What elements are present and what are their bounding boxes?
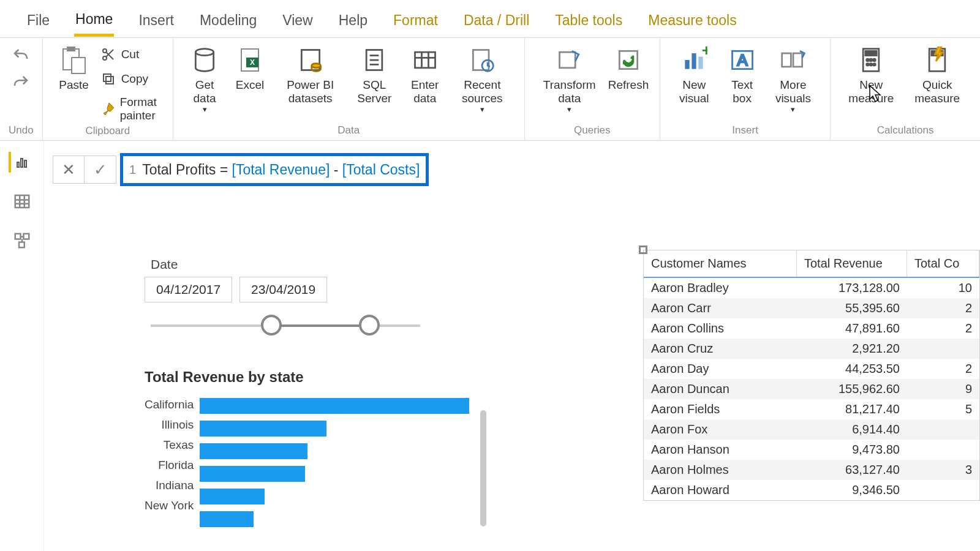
excel-button[interactable]: XExcel [227, 42, 273, 92]
recent-sources-button[interactable]: Recent sources▾ [449, 42, 515, 114]
table-row[interactable]: Aaron Fox6,914.40 [644, 419, 979, 440]
quick-measure-icon [922, 45, 952, 75]
table-row[interactable]: Aaron Fields81,217.405 [644, 399, 979, 419]
date-from-input[interactable]: 04/12/2017 [145, 277, 232, 302]
formula-input[interactable]: 1 Total Profits = [Total Revenue] - [Tot… [120, 153, 429, 186]
more-visuals-button[interactable]: More visuals▾ [765, 42, 822, 114]
svg-point-12 [312, 64, 321, 68]
svg-text:A: A [737, 51, 748, 69]
svg-rect-40 [15, 195, 29, 208]
database-icon [190, 45, 219, 75]
slider-thumb-end[interactable] [359, 315, 380, 335]
svg-rect-37 [17, 162, 19, 167]
svg-rect-17 [559, 52, 575, 68]
svg-rect-5 [106, 77, 113, 84]
col-customer[interactable]: Customer Names [644, 250, 797, 277]
table-row[interactable]: Aaron Duncan155,962.609 [644, 379, 979, 399]
pbi-datasets-icon [296, 45, 325, 75]
svg-text:X: X [250, 58, 255, 67]
svg-rect-42 [23, 234, 29, 239]
col-revenue[interactable]: Total Revenue [797, 250, 907, 277]
table-row[interactable]: Aaron Cruz2,921.20 [644, 339, 979, 359]
cut-button[interactable]: Cut [97, 44, 164, 65]
refresh-button[interactable]: Refresh [606, 42, 651, 92]
table-row[interactable]: Aaron Collins47,891.602 [644, 318, 979, 339]
new-visual-icon: + [679, 45, 709, 75]
svg-point-4 [103, 56, 107, 60]
bar[interactable] [200, 421, 326, 437]
group-undo-label: Undo [9, 124, 34, 139]
copy-button[interactable]: Copy [97, 69, 164, 89]
refresh-icon [614, 45, 643, 75]
bar[interactable] [200, 489, 265, 504]
slider-thumb-start[interactable] [261, 315, 282, 335]
bar[interactable] [200, 466, 305, 482]
get-data-button[interactable]: Get data▾ [182, 42, 227, 114]
svg-rect-2 [72, 58, 85, 73]
tab-insert[interactable]: Insert [137, 6, 175, 35]
bar[interactable] [200, 398, 469, 414]
tab-help[interactable]: Help [337, 6, 369, 35]
bar[interactable] [200, 511, 254, 527]
chart-scrollbar[interactable] [480, 410, 486, 527]
format-painter-button[interactable]: Format painter [97, 93, 164, 125]
calculator-icon [856, 45, 886, 75]
svg-point-31 [873, 59, 876, 61]
svg-rect-20 [692, 53, 696, 69]
svg-rect-43 [19, 242, 24, 248]
svg-point-32 [867, 64, 869, 66]
report-view-button[interactable] [9, 152, 29, 173]
table-row[interactable]: Aaron Holmes63,127.403 [644, 460, 979, 480]
formula-cancel-button[interactable]: ✕ [53, 156, 85, 184]
undo-icon[interactable] [12, 47, 30, 65]
enter-data-icon [410, 45, 440, 75]
svg-rect-25 [782, 53, 791, 67]
category-label: New York [145, 499, 194, 512]
table-body: Aaron Bradley173,128.0010Aaron Carr55,39… [644, 278, 979, 500]
tab-measure-tools[interactable]: Measure tools [647, 6, 737, 35]
col-costs[interactable]: Total Co [907, 250, 979, 277]
chart-category-labels: CaliforniaIllinoisTexasFloridaIndianaNew… [145, 397, 194, 527]
table-row[interactable]: Aaron Hanson9,473.80 [644, 440, 979, 460]
transform-icon [555, 45, 584, 75]
new-visual-button[interactable]: +New visual [669, 42, 720, 105]
sql-server-button[interactable]: SQL Server [348, 42, 401, 105]
bar[interactable] [200, 443, 307, 459]
svg-point-7 [195, 49, 213, 56]
quick-measure-button[interactable]: Quick measure [903, 42, 971, 105]
table-row[interactable]: Aaron Carr55,395.602 [644, 298, 979, 318]
tab-format[interactable]: Format [392, 6, 439, 35]
redo-icon[interactable] [12, 73, 30, 92]
date-slider[interactable] [151, 313, 420, 338]
svg-rect-1 [67, 47, 75, 51]
category-label: California [145, 398, 194, 411]
resize-handle[interactable] [639, 246, 647, 254]
data-view-button[interactable] [12, 191, 32, 212]
table-row[interactable]: Aaron Howard9,346.50 [644, 480, 979, 500]
enter-data-button[interactable]: Enter data [401, 42, 449, 105]
excel-icon: X [235, 45, 265, 75]
text-box-button[interactable]: AText box [720, 42, 765, 105]
new-measure-button[interactable]: New measure [839, 42, 903, 105]
tab-table-tools[interactable]: Table tools [554, 6, 624, 35]
model-view-button[interactable] [12, 230, 32, 251]
date-to-input[interactable]: 23/04/2019 [239, 277, 327, 302]
table-row[interactable]: Aaron Bradley173,128.0010 [644, 278, 979, 298]
paste-icon [59, 45, 89, 75]
tab-file[interactable]: File [26, 6, 51, 35]
data-table-visual[interactable]: Customer Names Total Revenue Total Co Aa… [643, 250, 980, 501]
paste-button[interactable]: Paste [51, 42, 97, 92]
svg-point-30 [870, 59, 872, 61]
pbi-datasets-button[interactable]: Power BI datasets [273, 42, 348, 105]
formula-bar: ✕ ✓ 1 Total Profits = [Total Revenue] - … [53, 153, 429, 186]
formula-commit-button[interactable]: ✓ [85, 156, 116, 184]
tab-modeling[interactable]: Modeling [198, 6, 258, 35]
table-row[interactable]: Aaron Day44,253.502 [644, 359, 979, 379]
formula-text: Total Profits = [Total Revenue] - [Total… [142, 162, 420, 178]
svg-rect-41 [15, 234, 20, 239]
tab-data-drill[interactable]: Data / Drill [462, 6, 530, 35]
transform-data-button[interactable]: Transform data▾ [533, 42, 606, 114]
scissors-icon [100, 47, 116, 62]
tab-home[interactable]: Home [74, 5, 114, 37]
tab-view[interactable]: View [281, 6, 314, 35]
